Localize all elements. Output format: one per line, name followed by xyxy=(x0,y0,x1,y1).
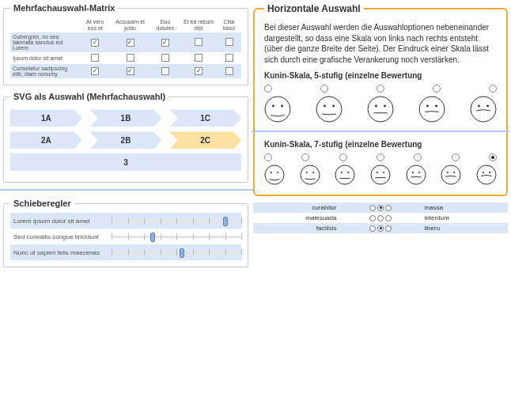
svg-point-5 xyxy=(332,105,335,108)
arrow-option[interactable]: 1C xyxy=(169,109,241,127)
row-radios xyxy=(339,223,421,233)
kunin5-faces xyxy=(264,96,497,123)
kunin5-radios xyxy=(264,85,497,93)
radio[interactable] xyxy=(385,215,392,221)
radio[interactable] xyxy=(385,205,392,211)
face-icon xyxy=(476,165,497,185)
radio[interactable] xyxy=(369,225,376,232)
checkbox[interactable] xyxy=(225,54,233,62)
svg-point-30 xyxy=(441,165,460,184)
arrow-option[interactable]: 2B xyxy=(90,131,162,149)
kunin7-radios xyxy=(264,153,497,161)
mini-table: curabiturmassamalesuadainterdumfacilisis… xyxy=(253,202,508,233)
radio[interactable] xyxy=(320,85,328,93)
matrix-title: Mehrfachauswahl-Matrix xyxy=(10,3,118,13)
checkbox[interactable] xyxy=(195,38,203,46)
horizontal-select-title: Horizontale Auswahl xyxy=(264,3,364,14)
svg-point-13 xyxy=(478,105,480,108)
checkbox[interactable]: ✓ xyxy=(91,39,99,47)
table-row: curabiturmassa xyxy=(253,202,508,213)
radio[interactable] xyxy=(489,85,497,93)
svg-point-24 xyxy=(371,165,390,184)
face-icon xyxy=(264,96,291,123)
radio[interactable] xyxy=(385,225,392,232)
face-icon xyxy=(418,96,445,123)
radio[interactable] xyxy=(301,153,309,161)
slider-thumb[interactable] xyxy=(223,217,228,226)
svg-point-23 xyxy=(347,172,349,173)
checkbox[interactable] xyxy=(161,54,169,62)
svg-point-29 xyxy=(418,172,420,173)
arrow-option[interactable]: 2C xyxy=(169,131,241,149)
arrow-option[interactable]: 2A xyxy=(10,131,82,149)
radio[interactable] xyxy=(377,225,384,232)
svg-point-31 xyxy=(447,172,449,173)
radio[interactable] xyxy=(414,153,422,161)
slider-label: Nunc ut sapien felis maecenas xyxy=(10,249,105,256)
svg-point-14 xyxy=(486,105,489,108)
matrix-row: Ipsum dolor sit amet xyxy=(10,52,241,64)
slider-thumb[interactable] xyxy=(180,248,184,258)
matrix-col-header: Duo dolores xyxy=(150,17,180,32)
face-icon xyxy=(264,165,285,185)
checkbox[interactable] xyxy=(127,54,134,62)
slider-thumb[interactable] xyxy=(150,233,155,242)
matrix-col-header: At vero eos et xyxy=(80,17,110,32)
checkbox[interactable] xyxy=(225,67,233,75)
face-icon xyxy=(367,96,394,123)
sliders-title: Schieberegler xyxy=(10,199,74,208)
divider xyxy=(0,189,258,191)
svg-point-28 xyxy=(411,172,413,173)
matrix-col-header: Et ea rebum stet xyxy=(180,17,217,32)
matrix-table: At vero eos etAccusam et justoDuo dolore… xyxy=(10,17,241,78)
radio[interactable] xyxy=(377,153,384,161)
checkbox[interactable]: ✓ xyxy=(195,67,203,75)
svg-point-1 xyxy=(272,105,274,108)
checkbox[interactable] xyxy=(225,38,233,46)
slider-row: Sed convallis congue tincidunt xyxy=(10,229,241,244)
svg-point-27 xyxy=(407,165,426,184)
svg-point-11 xyxy=(435,105,437,108)
face-icon xyxy=(316,96,343,123)
arrow-option[interactable]: 3 xyxy=(10,153,241,171)
matrix-panel: Mehrfachauswahl-Matrix At vero eos etAcc… xyxy=(3,3,248,85)
slider[interactable] xyxy=(112,215,241,226)
checkbox[interactable] xyxy=(195,54,203,62)
slider[interactable] xyxy=(112,231,241,242)
face-icon xyxy=(406,165,426,185)
radio[interactable] xyxy=(433,85,441,93)
radio[interactable] xyxy=(264,153,272,161)
matrix-col-header: Accusam et justo xyxy=(110,17,150,32)
checkbox[interactable] xyxy=(91,54,99,62)
svg-point-0 xyxy=(265,96,290,122)
face-icon xyxy=(335,165,355,185)
slider-label: Lorem ipsum dolor sit amet xyxy=(10,218,105,225)
svg-point-15 xyxy=(265,165,284,184)
radio[interactable] xyxy=(489,153,497,161)
matrix-row-label: Consetetur sadipscing elitr, diam nonumy xyxy=(10,64,80,78)
checkbox[interactable]: ✓ xyxy=(161,39,169,47)
matrix-row: Consetetur sadipscing elitr, diam nonumy… xyxy=(10,64,241,78)
radio[interactable] xyxy=(369,215,376,221)
arrow-option[interactable]: 1A xyxy=(10,109,82,127)
arrow-option[interactable]: 1B xyxy=(90,109,162,127)
row-left-label: malesuada xyxy=(253,213,339,223)
face-icon xyxy=(470,96,497,123)
radio[interactable] xyxy=(369,205,376,211)
radio[interactable] xyxy=(339,153,347,161)
checkbox[interactable]: ✓ xyxy=(127,39,134,47)
radio[interactable] xyxy=(377,215,384,221)
svg-point-21 xyxy=(335,165,354,184)
row-radios xyxy=(339,213,421,223)
radio[interactable] xyxy=(452,153,460,161)
radio[interactable] xyxy=(264,85,272,93)
radio[interactable] xyxy=(377,85,384,93)
checkbox[interactable]: ✓ xyxy=(91,67,99,75)
radio[interactable] xyxy=(377,205,384,211)
svg-select-panel: SVG als Auswahl (Mehrfachauswahl) 1A1B1C… xyxy=(3,92,248,183)
face-icon xyxy=(441,165,461,185)
svg-point-17 xyxy=(277,172,278,173)
slider[interactable] xyxy=(112,247,241,258)
checkbox[interactable]: ✓ xyxy=(127,67,134,75)
checkbox[interactable] xyxy=(161,67,169,75)
